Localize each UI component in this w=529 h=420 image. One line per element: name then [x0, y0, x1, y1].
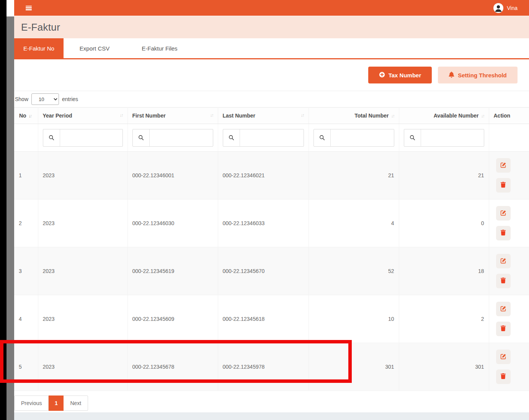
- cell-total-number: 4: [309, 199, 399, 247]
- search-year-period-input[interactable]: [60, 129, 122, 146]
- show-label: Show: [15, 96, 28, 102]
- col-header-available-number[interactable]: Available Number↓↑: [399, 108, 489, 124]
- top-navbar: Vina: [14, 0, 529, 16]
- cell-last-number: 000-22.12346021: [218, 152, 309, 199]
- tab-efaktur-no[interactable]: E-Faktur No: [14, 38, 64, 58]
- trash-icon: [501, 325, 506, 332]
- cell-no: 1: [14, 152, 38, 199]
- previous-page-button[interactable]: Previous: [14, 395, 49, 411]
- tab-efaktur-files[interactable]: E-Faktur Files: [126, 38, 193, 58]
- delete-button[interactable]: [496, 274, 511, 288]
- edit-button[interactable]: [496, 350, 511, 364]
- cell-total-number: 21: [309, 152, 399, 199]
- search-last-number: [223, 129, 304, 147]
- setting-threshold-button[interactable]: Setting Threshold: [438, 67, 518, 83]
- col-header-total-number[interactable]: Total Number↓↑: [309, 108, 399, 124]
- sort-icon: ↓↑: [29, 113, 32, 119]
- page-size-select[interactable]: 10: [31, 93, 59, 105]
- cell-available-number: 301: [399, 343, 489, 391]
- edit-button[interactable]: [496, 158, 511, 173]
- edit-pencil-icon: [500, 210, 506, 217]
- table-row: 1 2023 000-22.12346001 000-22.12346021 2…: [14, 152, 529, 199]
- search-icon: [43, 129, 60, 146]
- user-avatar-icon: [493, 3, 503, 13]
- edit-pencil-icon: [500, 306, 506, 313]
- cell-year-period: 2023: [38, 343, 127, 391]
- left-gray-strip: [7, 16, 14, 420]
- user-menu[interactable]: Vina: [493, 3, 518, 13]
- left-black-strip: [0, 0, 7, 420]
- tab-export-csv[interactable]: Export CSV: [64, 38, 126, 58]
- cell-year-period: 2023: [38, 199, 127, 247]
- page: Vina E-Faktur E-Faktur No Export CSV E-F…: [0, 0, 529, 420]
- cell-available-number: 18: [399, 247, 489, 295]
- cell-actions: [489, 343, 529, 391]
- cell-total-number: 52: [309, 247, 399, 295]
- search-icon: [133, 129, 150, 146]
- page-title-bar: E-Faktur: [14, 16, 529, 38]
- efaktur-table: No↓↑ Year Period↓↑ First Number↓↑ Last N…: [14, 107, 529, 391]
- sort-icon: ↓↑: [210, 113, 213, 118]
- col-header-no[interactable]: No↓↑: [14, 108, 38, 124]
- pagination: Previous 1 Next: [14, 395, 529, 411]
- search-last-number-input[interactable]: [240, 129, 304, 146]
- edit-pencil-icon: [500, 162, 506, 169]
- setting-threshold-label: Setting Threshold: [458, 72, 507, 78]
- edit-button[interactable]: [496, 302, 511, 316]
- edit-pencil-icon: [500, 353, 506, 361]
- trash-icon: [501, 230, 506, 237]
- delete-button[interactable]: [496, 178, 511, 193]
- toolbar: Tax Number Setting Threshold: [14, 59, 529, 91]
- cell-first-number: 000-22.12345609: [127, 295, 218, 343]
- add-tax-number-button[interactable]: Tax Number: [368, 67, 432, 83]
- cell-first-number: 000-22.12346030: [127, 199, 218, 247]
- table-row: 2 2023 000-22.12346030 000-22.12346033 4…: [14, 199, 529, 247]
- footer-bar: [14, 412, 529, 420]
- hamburger-menu-icon[interactable]: [26, 6, 32, 10]
- search-total-number-input[interactable]: [331, 129, 394, 146]
- cell-no: 2: [14, 199, 38, 247]
- table-header-row: No↓↑ Year Period↓↑ First Number↓↑ Last N…: [14, 108, 529, 124]
- edit-button[interactable]: [496, 206, 511, 221]
- edit-pencil-icon: [500, 258, 506, 265]
- left-white-strip: [7, 0, 14, 16]
- delete-button[interactable]: [496, 226, 511, 240]
- search-first-number-input[interactable]: [150, 129, 213, 146]
- trash-icon: [501, 373, 506, 380]
- cell-no: 4: [14, 295, 38, 343]
- cell-available-number: 21: [399, 152, 489, 199]
- search-first-number: [132, 129, 213, 147]
- edit-button[interactable]: [496, 254, 511, 268]
- col-header-last-number[interactable]: Last Number↓↑: [218, 108, 309, 124]
- delete-button[interactable]: [496, 322, 511, 336]
- sort-icon: ↓↑: [391, 113, 394, 119]
- cell-actions: [489, 247, 529, 295]
- cell-total-number: 301: [309, 343, 399, 391]
- cell-available-number: 2: [399, 295, 489, 343]
- col-header-first-number[interactable]: First Number↓↑: [127, 108, 218, 124]
- entries-label: entries: [62, 96, 78, 102]
- next-page-button[interactable]: Next: [64, 395, 88, 411]
- search-icon: [223, 129, 240, 146]
- table-row: 4 2023 000-22.12345609 000-22.12345618 1…: [14, 295, 529, 343]
- cell-no: 5: [14, 343, 38, 391]
- bell-icon: [449, 72, 454, 79]
- cell-total-number: 10: [309, 295, 399, 343]
- page-1-button[interactable]: 1: [49, 395, 64, 411]
- cell-available-number: 0: [399, 199, 489, 247]
- cell-first-number: 000-22.12345619: [127, 247, 218, 295]
- entries-control: Show 10 entries: [14, 91, 529, 107]
- cell-no: 3: [14, 247, 38, 295]
- table-body: 1 2023 000-22.12346001 000-22.12346021 2…: [14, 152, 529, 391]
- delete-button[interactable]: [496, 369, 511, 384]
- user-name-label: Vina: [507, 5, 518, 11]
- search-year-period: [43, 129, 123, 147]
- search-total-number: [313, 129, 394, 147]
- search-available-number-input[interactable]: [421, 129, 484, 146]
- plus-circle-icon: [379, 72, 385, 79]
- search-icon: [404, 129, 421, 146]
- cell-last-number: 000-22.12345618: [218, 295, 309, 343]
- sort-icon: ↓↑: [301, 113, 304, 118]
- col-header-year-period[interactable]: Year Period↓↑: [38, 108, 127, 124]
- cell-last-number: 000-22.12345978: [218, 343, 309, 391]
